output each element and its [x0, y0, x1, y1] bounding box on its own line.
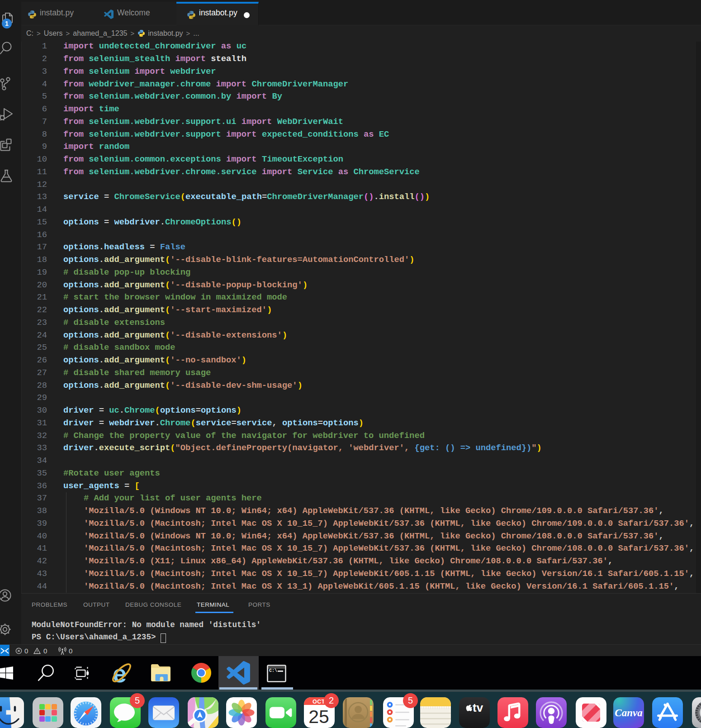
svg-text:C:\: C:\	[269, 668, 277, 673]
svg-text:tv: tv	[473, 701, 483, 714]
svg-text:25: 25	[308, 706, 329, 727]
svg-text:OCT: OCT	[313, 699, 325, 705]
svg-text:Canva: Canva	[615, 707, 642, 718]
